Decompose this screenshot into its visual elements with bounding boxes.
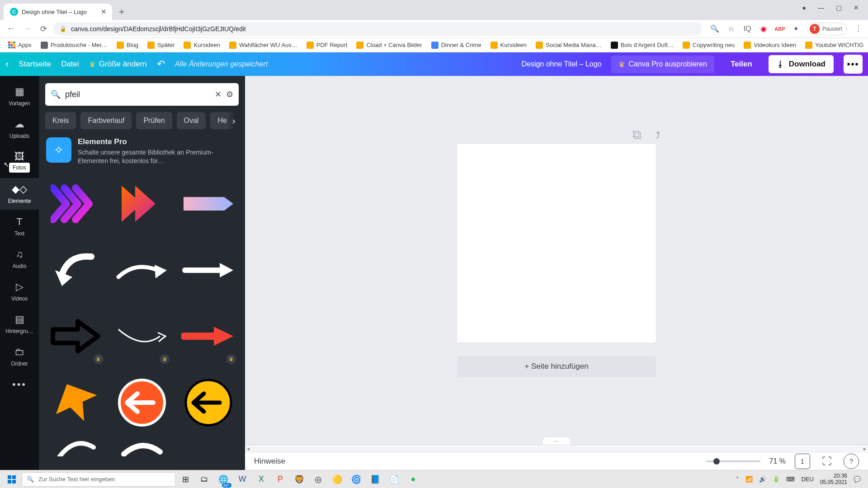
rail-more[interactable]: •••	[0, 373, 39, 396]
download-button[interactable]: ⭳Download	[769, 55, 834, 73]
document-name[interactable]: Design ohne Titel – Logo	[521, 60, 601, 68]
bookmark-item[interactable]: Youtube WICHTIG	[802, 42, 867, 49]
element-arrow-curved-down[interactable]	[45, 239, 106, 300]
rail-videos[interactable]: ▷Videos	[0, 276, 39, 307]
taskbar-search[interactable]: 🔍Zur Suche Text hier eingeben	[22, 472, 175, 487]
notes-button[interactable]: Hinweise	[254, 457, 285, 466]
element-arrow-white-partial-2[interactable]	[112, 438, 173, 456]
rail-background[interactable]: ▤Hintergru…	[0, 308, 39, 340]
browser-tab[interactable]: C Design ohne Titel – Logo ✕	[4, 4, 112, 20]
zoom-icon[interactable]: 🔍	[710, 24, 720, 34]
more-menu-button[interactable]: •••	[844, 55, 863, 74]
try-pro-button[interactable]: ♛Canva Pro ausprobieren	[611, 56, 714, 73]
element-arrow-circle-yellow-left[interactable]	[178, 372, 239, 433]
chrome-menu-icon[interactable]: ⋮	[854, 24, 863, 34]
profile-chip[interactable]: T Pausiert	[807, 23, 847, 35]
rail-audio[interactable]: ♫Audio	[0, 243, 39, 275]
clear-search-icon[interactable]: ✕	[215, 89, 222, 99]
chrome-icon[interactable]: 🟡	[328, 470, 346, 488]
element-arrow-gradient-chevrons-purple[interactable]	[45, 174, 106, 235]
zoom-slider[interactable]	[706, 460, 760, 462]
bookmark-item[interactable]: Copywriting neu	[679, 42, 738, 49]
duplicate-page-icon[interactable]: ⿻	[633, 130, 642, 141]
suggestion-chip[interactable]: Oval	[177, 112, 206, 129]
notification-center-icon[interactable]: 💬	[854, 476, 861, 483]
spotify-icon[interactable]: ●	[404, 470, 422, 488]
start-button[interactable]	[3, 470, 21, 488]
elements-pro-card[interactable]: ✧ Elemente Pro Schalte unsere gesamte Bi…	[45, 136, 239, 167]
rail-folders[interactable]: 🗀Ordner	[0, 341, 39, 372]
task-view-icon[interactable]: ⊞	[176, 470, 194, 488]
volume-icon[interactable]: 🔊	[759, 476, 766, 483]
explorer-icon[interactable]: 🗂	[195, 470, 213, 488]
share-button[interactable]: Teilen	[724, 55, 759, 73]
notepad-icon[interactable]: 📄	[385, 470, 403, 488]
element-arrow-thin-curve[interactable]: ♛	[112, 306, 173, 367]
extension-pinterest-icon[interactable]: ◉	[759, 24, 769, 34]
bookmark-item[interactable]: PDF Report	[303, 42, 351, 49]
new-tab-button[interactable]: ＋	[115, 5, 128, 18]
design-page[interactable]	[457, 144, 656, 343]
edge-icon[interactable]: 🌐99+	[214, 470, 232, 488]
canva-back-icon[interactable]: ‹	[5, 58, 9, 70]
search-field[interactable]: 🔍 ✕ ⚙	[45, 83, 239, 106]
rail-elements[interactable]: ◆◇Elemente	[0, 178, 39, 210]
page-number-button[interactable]: 1	[795, 454, 810, 469]
bookmark-item[interactable]: Wahlfächer WU Aus…	[226, 42, 301, 49]
rail-text[interactable]: TText	[0, 211, 39, 242]
nav-resize[interactable]: ♛Größe ändern	[89, 60, 147, 69]
app-icon[interactable]: 📘	[366, 470, 384, 488]
element-arrow-circle-orange-left[interactable]	[112, 372, 173, 433]
zoom-percent[interactable]: 71 %	[769, 457, 786, 465]
nav-file[interactable]: Datei	[61, 60, 79, 69]
page-options-icon[interactable]: ⤴	[656, 130, 660, 141]
suggestion-chip[interactable]: Prüfen	[136, 112, 172, 129]
wifi-icon[interactable]: 📶	[745, 476, 753, 483]
tray-chevron-icon[interactable]: ˄	[736, 476, 739, 483]
brave-icon[interactable]: 🦁	[290, 470, 308, 488]
help-icon[interactable]: ?	[844, 454, 859, 469]
filter-icon[interactable]: ⚙	[226, 89, 233, 99]
edge-browser-icon[interactable]: 🌀	[347, 470, 365, 488]
window-close[interactable]: ✕	[854, 4, 859, 11]
powerpoint-icon[interactable]: P	[271, 470, 289, 488]
battery-icon[interactable]: 🔋	[773, 476, 780, 483]
tab-close-icon[interactable]: ✕	[101, 8, 107, 16]
bookmark-star-icon[interactable]: ☆	[726, 24, 736, 34]
element-arrow-straight-right[interactable]	[178, 239, 239, 300]
bookmark-apps[interactable]: Apps	[5, 42, 35, 49]
rail-templates[interactable]: ▦Vorlagen	[0, 80, 39, 112]
address-bar[interactable]: 🔒 canva.com/design/DAEdomzscjl/drBfjHdCo…	[53, 22, 702, 36]
horizontal-scrollbar[interactable]: ◂▸	[245, 445, 868, 452]
fullscreen-icon[interactable]: ⛶	[819, 454, 835, 469]
extensions-puzzle-icon[interactable]: ✦	[791, 24, 801, 34]
window-minimize[interactable]: —	[818, 4, 824, 11]
bookmark-item[interactable]: Bois d'Argent Duft…	[607, 42, 677, 49]
extension-epub-icon[interactable]: IQ	[742, 24, 752, 34]
addressbar-extra-dot[interactable]: ●	[802, 4, 806, 11]
extension-abp-icon[interactable]: ABP	[775, 24, 785, 34]
rail-photos[interactable]: 🖼Fotos Fotos ↖	[0, 145, 39, 177]
bookmark-item[interactable]: Kursideen	[487, 42, 531, 49]
bookmark-item[interactable]: Später	[144, 42, 178, 49]
element-arrow-orange-plane[interactable]	[45, 372, 106, 433]
suggestion-chip[interactable]: Farbverlauf	[80, 112, 132, 129]
suggestion-chip[interactable]: Kreis	[45, 112, 76, 129]
taskbar-clock[interactable]: 20:3605.05.2021	[820, 473, 847, 486]
bookmark-item[interactable]: Dinner & Crime	[428, 42, 485, 49]
element-arrow-black-outline[interactable]: ♛	[45, 306, 106, 367]
bookmark-item[interactable]: Blog	[113, 42, 142, 49]
nav-reload-button[interactable]: ⟳	[37, 23, 50, 35]
obs-icon[interactable]: ◎	[309, 470, 327, 488]
bookmark-item[interactable]: Videokurs Ideen	[740, 42, 800, 49]
add-page-button[interactable]: + Seite hinzufügen	[457, 356, 656, 377]
window-maximize[interactable]: ▢	[836, 4, 842, 11]
undo-icon[interactable]: ↶	[157, 58, 165, 70]
bookmark-item[interactable]: Social Media Mana…	[532, 42, 605, 49]
element-arrow-gradient-chevrons-orange[interactable]	[112, 174, 173, 235]
bookmark-item[interactable]: Cload + Canva Bilder	[353, 42, 425, 49]
element-arrow-gradient-bar[interactable]	[178, 174, 239, 235]
excel-icon[interactable]: X	[252, 470, 270, 488]
bookmark-item[interactable]: Produktsuche - Mer…	[37, 42, 111, 49]
keyboard-icon[interactable]: ⌨	[786, 476, 795, 483]
